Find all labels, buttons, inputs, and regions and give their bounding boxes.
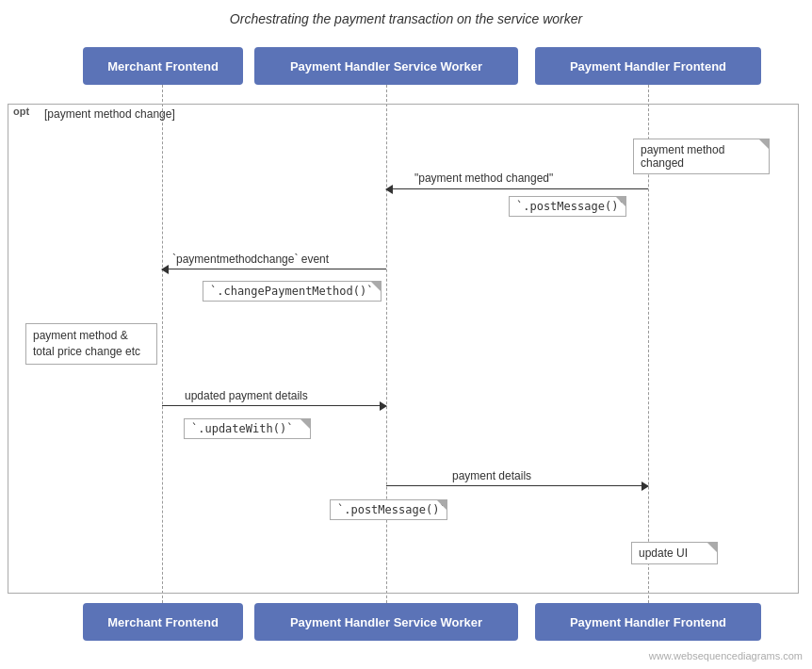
codebox-postmessage-2: `.postMessage()` <box>330 499 447 520</box>
arrow-msg3 <box>162 405 386 406</box>
diagram: Orchestrating the payment transaction on… <box>0 0 812 669</box>
note-text-3: update UI <box>639 547 688 560</box>
watermark: www.websequencediagrams.com <box>649 650 803 661</box>
actor-sw-top: Payment Handler Service Worker <box>254 47 518 85</box>
actor-merchant-top: Merchant Frontend <box>83 47 243 85</box>
actor-sw-bottom: Payment Handler Service Worker <box>254 603 518 641</box>
actor-phf-bottom: Payment Handler Frontend <box>535 603 761 641</box>
opt-condition: [payment method change] <box>44 107 175 121</box>
note-update-ui: update UI <box>631 542 718 564</box>
label-msg3: updated payment details <box>185 389 308 402</box>
arrow-msg2 <box>162 269 386 269</box>
note-text-2: payment method & total price change etc <box>33 329 140 358</box>
opt-label: opt <box>10 105 32 118</box>
diagram-title: Orchestrating the payment transaction on… <box>0 0 812 36</box>
codebox-updatewith: `.updateWith()` <box>184 418 311 439</box>
codebox-postmessage-1: `.postMessage()` <box>509 196 626 217</box>
actor-phf-top: Payment Handler Frontend <box>535 47 761 85</box>
label-msg1: "payment method changed" <box>414 171 553 185</box>
label-msg2: `paymentmethodchange` event <box>172 253 329 266</box>
arrow-msg4 <box>386 485 648 486</box>
note-text: payment method changed <box>641 143 724 170</box>
arrow-msg1 <box>386 188 648 189</box>
note-payment-method-changed: payment method changed <box>633 139 770 174</box>
codebox-changepaymentmethod: `.changePaymentMethod()` <box>203 281 382 302</box>
note-payment-method-total: payment method & total price change etc <box>25 323 157 365</box>
actor-merchant-bottom: Merchant Frontend <box>83 603 243 641</box>
label-msg4: payment details <box>452 469 531 482</box>
